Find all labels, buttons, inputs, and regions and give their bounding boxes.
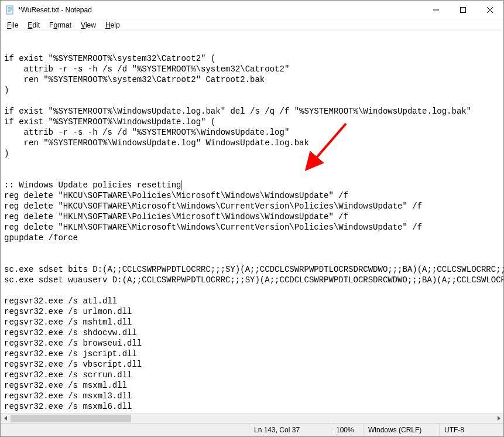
statusbar: Ln 143, Col 37 100% Windows (CRLF) UTF-8	[1, 423, 503, 436]
editor-line[interactable]: regsvr32.exe /s browseui.dll	[4, 338, 500, 349]
editor-line[interactable]	[4, 159, 500, 169]
editor-line[interactable]: regsvr32.exe /s vbscript.dll	[4, 359, 500, 370]
editor-line[interactable]	[4, 95, 500, 106]
menu-format-rest: rmat	[57, 21, 71, 29]
editor-line[interactable]: )	[4, 85, 500, 95]
editor-content[interactable]: if exist "%SYSTEMROOT%\system32\Catroot2…	[4, 53, 500, 413]
editor-line[interactable]: attrib -r -s -h /s /d "%SYSTEMROOT%\syst…	[4, 64, 500, 74]
editor-line[interactable]: reg delete "HKLM\SOFTWARE\Policies\Micro…	[4, 211, 500, 222]
scroll-thumb[interactable]	[11, 415, 131, 422]
scroll-right-button[interactable]	[493, 414, 503, 424]
editor-line[interactable]: reg delete "HKCU\SOFTWARE\Microsoft\Wind…	[4, 201, 500, 211]
menu-edit-rest: dit	[32, 21, 40, 29]
editor-line[interactable]: regsvr32.exe /s mshtml.dll	[4, 317, 500, 327]
text-cursor	[181, 180, 181, 190]
editor-line[interactable]: ren "%SYSTEMROOT%\WindowsUpdate.log" Win…	[4, 138, 500, 148]
window-controls	[423, 1, 503, 19]
window-title: *WuReset.txt - Notepad	[18, 6, 423, 14]
menu-view[interactable]: View	[77, 21, 100, 30]
status-line-ending: Windows (CRLF)	[363, 424, 439, 436]
editor-line[interactable]: sc.exe sdset bits D:(A;;CCLCSWRPWPDTLOCR…	[4, 264, 500, 275]
menubar: File Edit Format View Help	[1, 19, 503, 31]
menu-format[interactable]: Format	[45, 21, 76, 30]
status-encoding: UTF-8	[439, 424, 503, 436]
editor-line[interactable]	[4, 254, 500, 264]
editor-line[interactable]: ren "%SYSTEMROOT%\system32\Catroot2" Cat…	[4, 74, 500, 85]
scroll-track[interactable]	[11, 414, 493, 423]
editor-line[interactable]: regsvr32.exe /s jscript.dll	[4, 349, 500, 359]
maximize-button[interactable]	[450, 1, 476, 19]
editor-line[interactable]: attrib -r -s -h /s /d "%SYSTEMROOT%\Wind…	[4, 127, 500, 138]
minimize-button[interactable]	[423, 1, 450, 19]
editor-line[interactable]: regsvr32.exe /s urlmon.dll	[4, 306, 500, 317]
editor-line[interactable]: regsvr32.exe /s msxml.dll	[4, 380, 500, 391]
editor-line[interactable]: )	[4, 148, 500, 159]
svg-rect-6	[461, 7, 466, 12]
editor-line[interactable]: reg delete "HKCU\SOFTWARE\Policies\Micro…	[4, 190, 500, 201]
editor-line[interactable]: reg delete "HKLM\SOFTWARE\Microsoft\Wind…	[4, 222, 500, 233]
editor-line[interactable]: :: Windows Update policies resetting	[4, 180, 500, 190]
menu-file-rest: ile	[11, 21, 18, 29]
scroll-left-button[interactable]	[1, 414, 11, 424]
editor-line[interactable]: if exist "%SYSTEMROOT%\WindowsUpdate.log…	[4, 117, 500, 127]
editor-line[interactable]: regsvr32.exe /s msxml3.dll	[4, 391, 500, 401]
editor-line[interactable]: regsvr32.exe /s atl.dll	[4, 296, 500, 306]
menu-help-rest: elp	[111, 21, 120, 29]
editor-line[interactable]	[4, 169, 500, 180]
editor-line[interactable]: sc.exe sdset wuauserv D:(A;;CCLCSWRPWPDT…	[4, 275, 500, 285]
svg-marker-12	[498, 416, 500, 421]
menu-view-rest: iew	[85, 21, 96, 29]
editor-line[interactable]: regsvr32.exe /s scrrun.dll	[4, 370, 500, 380]
status-cursor-position: Ln 143, Col 37	[249, 424, 331, 436]
menu-edit[interactable]: Edit	[23, 21, 44, 30]
editor-line[interactable]: regsvr32.exe /s actxprxy.dll	[4, 412, 500, 413]
close-button[interactable]	[476, 1, 503, 19]
editor-line[interactable]: regsvr32.exe /s msxml6.dll	[4, 401, 500, 412]
editor-line[interactable]: if exist "%SYSTEMROOT%\WindowsUpdate.log…	[4, 106, 500, 117]
editor-line[interactable]: regsvr32.exe /s shdocvw.dll	[4, 327, 500, 338]
text-editor[interactable]: if exist "%SYSTEMROOT%\system32\Catroot2…	[1, 31, 503, 413]
editor-line[interactable]	[4, 243, 500, 254]
menu-help[interactable]: Help	[101, 21, 124, 30]
horizontal-scrollbar[interactable]	[1, 413, 503, 423]
menu-file[interactable]: File	[3, 21, 22, 30]
status-zoom: 100%	[331, 424, 363, 436]
notepad-icon	[5, 5, 15, 15]
titlebar: *WuReset.txt - Notepad	[1, 1, 503, 19]
editor-line[interactable]: gpupdate /force	[4, 233, 500, 243]
svg-marker-11	[4, 416, 7, 421]
editor-line[interactable]: if exist "%SYSTEMROOT%\system32\Catroot2…	[4, 53, 500, 64]
editor-line[interactable]	[4, 285, 500, 296]
